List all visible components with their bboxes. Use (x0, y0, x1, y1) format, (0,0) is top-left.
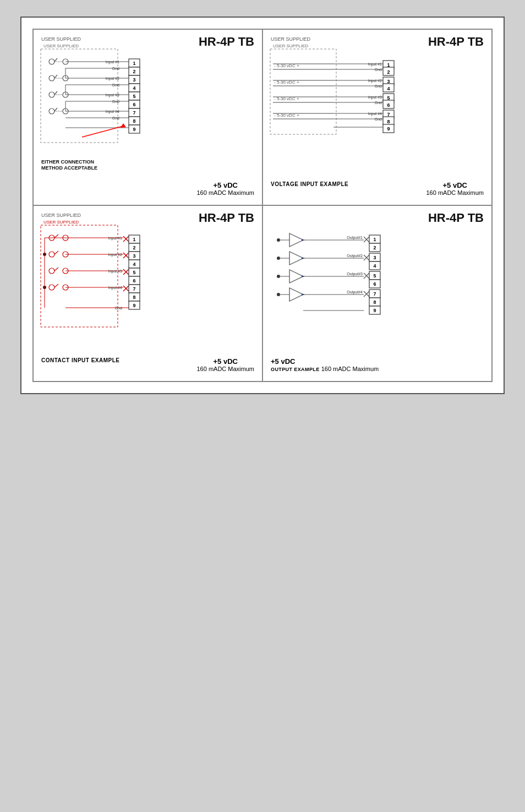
svg-text:Input #2: Input #2 (108, 253, 122, 257)
svg-text:2: 2 (387, 69, 390, 75)
svg-text:Output#4: Output#4 (347, 290, 363, 295)
svg-text:8: 8 (133, 295, 135, 300)
svg-line-16 (54, 108, 57, 111)
svg-line-118 (54, 268, 58, 271)
svg-text:Gnd: Gnd (375, 101, 382, 105)
svg-text:USER SUPPLIED: USER SUPPLIED (43, 220, 79, 225)
svg-marker-174 (289, 288, 303, 301)
svg-text:1: 1 (373, 237, 376, 242)
cell2-bottom-label: VOLTAGE INPUT EXAMPLE (271, 178, 348, 188)
svg-text:Input #3: Input #3 (106, 93, 119, 97)
svg-text:Output#1: Output#1 (347, 236, 363, 240)
svg-text:Gnd: Gnd (112, 116, 119, 120)
cell3-voltage-info: +5 vDC 160 mADC Maximum (196, 357, 254, 372)
svg-point-2 (49, 59, 54, 64)
cell-either-connection: USER SUPPLIED HR-4P TB USER SUPPLIED (33, 29, 262, 205)
svg-text:Gnd: Gnd (375, 117, 382, 121)
cell-title-3: HR-4P TB (199, 211, 254, 225)
svg-text:Input #1: Input #1 (368, 62, 382, 67)
svg-text:2: 2 (133, 69, 135, 74)
svg-line-12 (54, 91, 57, 95)
svg-text:9: 9 (133, 127, 135, 132)
wiring-diagram-1: USER SUPPLIED (38, 41, 165, 162)
cell-contact-input: USER SUPPLIED HR-4P TB USER SUPPLIED (33, 205, 262, 382)
svg-text:7: 7 (373, 291, 376, 297)
svg-text:Input #3: Input #3 (108, 269, 122, 274)
svg-marker-170 (289, 270, 303, 283)
svg-point-6 (49, 75, 54, 81)
svg-text:Gnd: Gnd (115, 306, 122, 310)
svg-text:8: 8 (133, 118, 135, 124)
svg-text:Output#2: Output#2 (347, 254, 363, 258)
cell1-voltage-info: +5 vDC 160 mADC Maximum (196, 181, 254, 196)
svg-text:Gnd: Gnd (112, 100, 119, 103)
svg-rect-58 (270, 49, 336, 134)
svg-text:8: 8 (373, 299, 376, 305)
svg-text:Input #1: Input #1 (106, 60, 119, 64)
svg-marker-162 (289, 233, 303, 247)
cell-voltage-input: USER SUPPLIED HR-4P TB USER SUPPLIED - 5… (262, 29, 492, 205)
svg-text:5: 5 (373, 273, 376, 279)
svg-text:Gnd: Gnd (375, 84, 382, 88)
svg-text:USER SUPPLIED: USER SUPPLIED (43, 43, 79, 48)
svg-text:8: 8 (387, 119, 390, 124)
svg-text:Input #4: Input #4 (108, 286, 122, 290)
svg-text:Output#3: Output#3 (347, 272, 363, 276)
svg-text:Input #2: Input #2 (106, 77, 119, 81)
svg-text:Input #2: Input #2 (368, 79, 382, 83)
svg-text:9: 9 (133, 303, 135, 308)
cell-title-1: HR-4P TB (199, 35, 254, 48)
wiring-diagram-2: USER SUPPLIED - 5-30 vDC + - 5-30 vDC + … (267, 41, 455, 162)
cell4-bottom-label: +5 vDC OUTPUT EXAMPLE 160 mADC Maximum (271, 357, 379, 372)
svg-text:6: 6 (373, 281, 376, 287)
cell2-voltage-info: +5 vDC 160 mADC Maximum (426, 181, 484, 196)
svg-point-14 (49, 108, 54, 114)
wiring-diagram-4: Output#1 Output#2 Output#3 Output#4 1 2 … (267, 217, 449, 349)
svg-text:6: 6 (133, 102, 135, 107)
svg-point-10 (49, 92, 54, 97)
svg-text:3: 3 (133, 253, 135, 259)
either-connection-label: EITHER CONNECTION METHOD ACCEPTABLE (41, 159, 97, 172)
svg-line-122 (54, 284, 58, 287)
svg-text:7: 7 (133, 110, 135, 116)
svg-text:9: 9 (373, 308, 376, 313)
svg-text:4: 4 (373, 263, 376, 269)
cell3-bottom-label: CONTACT INPUT EXAMPLE (41, 355, 120, 364)
svg-line-115 (54, 251, 58, 254)
svg-text:Gnd: Gnd (375, 68, 382, 72)
svg-text:3: 3 (373, 255, 376, 260)
cell-output: HR-4P TB (262, 205, 492, 382)
svg-text:6: 6 (387, 102, 390, 108)
svg-marker-166 (289, 252, 303, 265)
svg-text:Input #1: Input #1 (108, 236, 122, 241)
svg-text:7: 7 (133, 286, 135, 292)
svg-text:3: 3 (133, 77, 135, 83)
svg-text:Gnd: Gnd (112, 67, 119, 70)
outer-container: USER SUPPLIED HR-4P TB USER SUPPLIED (20, 17, 505, 394)
svg-text:Input #4: Input #4 (368, 112, 382, 116)
svg-text:Gnd: Gnd (112, 83, 119, 87)
svg-text:1: 1 (133, 237, 135, 242)
svg-text:1: 1 (133, 61, 135, 66)
svg-text:Input #3: Input #3 (368, 95, 382, 100)
svg-line-8 (54, 75, 57, 78)
svg-point-113 (49, 252, 54, 257)
svg-text:5: 5 (133, 270, 135, 275)
svg-text:5: 5 (133, 94, 135, 99)
svg-text:Input #4: Input #4 (106, 110, 119, 114)
svg-text:6: 6 (133, 278, 135, 284)
svg-text:4: 4 (133, 85, 135, 91)
svg-point-120 (49, 285, 54, 290)
svg-line-111 (54, 235, 58, 238)
diagram-grid: USER SUPPLIED HR-4P TB USER SUPPLIED (32, 29, 493, 382)
svg-line-4 (54, 58, 57, 62)
svg-text:2: 2 (373, 245, 376, 250)
svg-point-116 (49, 268, 54, 274)
svg-text:9: 9 (387, 126, 390, 132)
svg-marker-31 (121, 123, 126, 128)
svg-text:4: 4 (387, 86, 390, 91)
svg-text:4: 4 (133, 261, 135, 267)
wiring-diagram-3: USER SUPPLIED (38, 217, 170, 349)
svg-text:USER SUPPLIED: USER SUPPLIED (273, 43, 308, 48)
svg-text:2: 2 (133, 245, 135, 250)
